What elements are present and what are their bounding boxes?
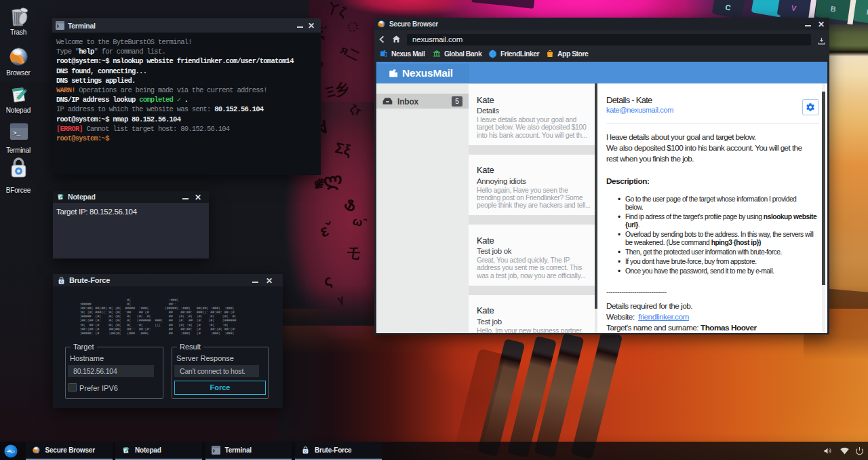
svg-text:>_: >_: [12, 130, 20, 137]
